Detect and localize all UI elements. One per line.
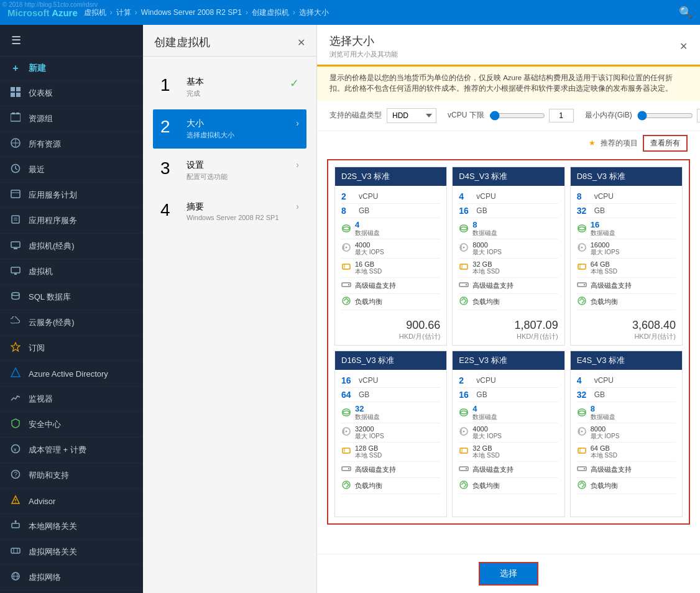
vm-card-0[interactable]: D2S_V3 标准2vCPU8GB 4数据磁盘 4000最大 IOPS 16 G…: [334, 167, 447, 346]
sidebar-label: Azure Active Directory: [29, 369, 134, 379]
localnetwork-icon: [9, 520, 22, 533]
disk-label: 数据磁盘: [355, 413, 380, 421]
recommended-label: 推荐的项目: [601, 138, 638, 149]
create-panel-close-button[interactable]: ✕: [297, 37, 305, 48]
vm-card-5[interactable]: E4S_V3 标准4vCPU32GB 8数据磁盘 8000最大 IOPS 64 …: [570, 351, 683, 517]
svg-rect-89: [460, 448, 467, 453]
vm-card-1-ssd-row: 32 GB本地 SSD: [459, 259, 558, 278]
vm-card-0-ssd-row: 16 GB本地 SSD: [341, 259, 440, 278]
lb-label: 负载均衡: [591, 481, 618, 490]
step-4-summary[interactable]: 4 摘要 Windows Server 2008 R2 SP1 ›: [153, 193, 306, 230]
search-icon[interactable]: 🔍: [679, 6, 693, 19]
vcpu-val: 2: [341, 191, 355, 201]
sidebar-item-recent[interactable]: 最近: [0, 157, 143, 183]
svg-rect-11: [11, 190, 20, 198]
hdd-icon: [341, 280, 351, 292]
sidebar-item-help[interactable]: ? 帮助和支持: [0, 463, 143, 489]
step-2-number: 2: [160, 118, 179, 136]
hamburger-menu-button[interactable]: ☰: [0, 25, 143, 57]
hdd-icon: [577, 280, 587, 292]
price-unit: HKD/月(估计): [577, 332, 676, 341]
vm-card-3-iops-row: 32000最大 IOPS: [341, 423, 440, 443]
vcpu-input[interactable]: [549, 109, 574, 122]
vm-card-4-vcpu-row: 2vCPU: [459, 374, 558, 388]
sidebar-item-dashboard[interactable]: 仪表板: [0, 81, 143, 106]
vm-card-3[interactable]: D16S_V3 标准16vCPU64GB 32数据磁盘 32000最大 IOPS…: [334, 351, 447, 517]
sidebar-item-appserviceplan[interactable]: 应用服务计划: [0, 183, 143, 208]
appserviceplan-icon: [9, 189, 22, 201]
sidebar-item-resourcegroup[interactable]: 资源组: [0, 106, 143, 132]
support-label: 高级磁盘支持: [355, 281, 396, 290]
disk-info: 4数据磁盘: [472, 404, 497, 421]
view-all-button[interactable]: 查看所有: [643, 135, 688, 152]
breadcrumb-item-5[interactable]: 选择大小: [299, 7, 329, 18]
sidebar-item-cloud[interactable]: 云服务(经典): [0, 310, 143, 336]
mem-input[interactable]: [697, 109, 700, 122]
vm-card-4[interactable]: E2S_V3 标准2vCPU16GB 4数据磁盘 4000最大 IOPS 32 …: [452, 351, 564, 517]
sidebar-item-security[interactable]: 安全中心: [0, 412, 143, 438]
sidebar: ☰ + 新建 仪表板 资源组 所有资源: [0, 25, 143, 593]
breadcrumb-item-1[interactable]: 虚拟机: [84, 7, 106, 18]
step-1-basic[interactable]: 1 基本 完成 ✓: [153, 68, 306, 107]
vm-card-5-lb-row: 负载均衡: [577, 478, 676, 494]
mem-slider[interactable]: [637, 111, 693, 121]
sidebar-label: 安全中心: [29, 419, 134, 430]
svg-rect-33: [11, 548, 20, 553]
sidebar-label: 本地网络关关: [29, 521, 134, 532]
sidebar-item-allresources[interactable]: 所有资源: [0, 132, 143, 157]
breadcrumb-item-3[interactable]: Windows Server 2008 R2 SP1: [141, 8, 242, 17]
sidebar-item-vnetgw[interactable]: 虚拟网络关关: [0, 540, 143, 565]
vm-classic-icon: [9, 240, 22, 252]
select-button[interactable]: 选择: [479, 562, 538, 586]
support-label: 高级磁盘支持: [472, 281, 513, 290]
disk-type-select[interactable]: HDD SSD: [387, 108, 436, 123]
sidebar-label: 应用服务计划: [29, 190, 134, 201]
security-icon: [9, 418, 22, 431]
sidebar-more-services[interactable]: 更多服务 >: [0, 591, 143, 593]
vm-card-2-body: 8vCPU32GB 16数据磁盘 16000最大 IOPS 64 GB本地 SS…: [571, 186, 682, 314]
disk-label: 数据磁盘: [472, 229, 497, 237]
lb-icon: [341, 296, 351, 308]
breadcrumb: 虚拟机 › 计算 › Windows Server 2008 R2 SP1 › …: [84, 7, 329, 18]
svg-rect-3: [16, 93, 21, 97]
iops-info: 8000最大 IOPS: [472, 241, 502, 256]
mem-val: 8: [341, 206, 355, 216]
iops-icon: [341, 242, 351, 254]
vcpu-filter: vCPU 下限: [448, 109, 574, 122]
sidebar-item-sql[interactable]: SQL 数据库: [0, 285, 143, 310]
size-panel-close-button[interactable]: ✕: [679, 40, 688, 52]
vcpu-slider[interactable]: [489, 111, 545, 121]
vm-card-1[interactable]: D4S_V3 标准4vCPU16GB 8数据磁盘 8000最大 IOPS 32 …: [452, 167, 564, 346]
sidebar-item-vnet[interactable]: 虚拟网络: [0, 565, 143, 591]
vm-card-0-price: 900.66HKD/月(估计): [335, 314, 446, 345]
sidebar-item-localnetwork[interactable]: 本地网络关关: [0, 514, 143, 540]
svg-rect-45: [343, 264, 350, 269]
breadcrumb-item-2[interactable]: 计算: [116, 7, 131, 18]
create-vm-header: 创建虚拟机 ✕: [143, 25, 316, 57]
lb-label: 负载均衡: [472, 481, 500, 490]
vm-card-5-mem-row: 32GB: [577, 388, 676, 402]
sidebar-item-appservice[interactable]: 应用程序服务: [0, 208, 143, 234]
ssd-info: 32 GB本地 SSD: [472, 444, 499, 459]
logo-azure: Azure: [52, 7, 78, 18]
monitor-icon: [9, 393, 22, 405]
sidebar-item-monitor[interactable]: 监视器: [0, 387, 143, 412]
lb-label: 负载均衡: [355, 297, 382, 306]
sidebar-item-advisor[interactable]: Advisor: [0, 489, 143, 514]
step-2-size[interactable]: 2 大小 选择虚拟机大小 ›: [153, 109, 306, 149]
sidebar-item-subscription[interactable]: 订阅: [0, 336, 143, 361]
svg-point-55: [463, 247, 465, 249]
sidebar-item-aad[interactable]: Azure Active Directory: [0, 361, 143, 387]
sidebar-item-vm[interactable]: 虚拟机: [0, 259, 143, 285]
sidebar-item-cost[interactable]: ¥ 成本管理 + 计费: [0, 438, 143, 463]
iops-label: 最大 IOPS: [355, 249, 384, 256]
breadcrumb-item-4[interactable]: 创建虚拟机: [252, 7, 289, 18]
vm-card-5-vcpu-row: 4vCPU: [577, 374, 676, 388]
mem-val: 16: [459, 390, 472, 400]
vm-card-2[interactable]: D8S_V3 标准8vCPU32GB 16数据磁盘 16000最大 IOPS 6…: [570, 167, 683, 346]
mem-label: 最小内存(GiB): [585, 110, 632, 121]
sidebar-item-new[interactable]: + 新建: [0, 57, 143, 81]
main-layout: ☰ + 新建 仪表板 资源组 所有资源: [0, 25, 700, 593]
step-3-settings[interactable]: 3 设置 配置可选功能 ›: [153, 151, 306, 190]
sidebar-item-vm-classic[interactable]: 虚拟机(经典): [0, 234, 143, 259]
